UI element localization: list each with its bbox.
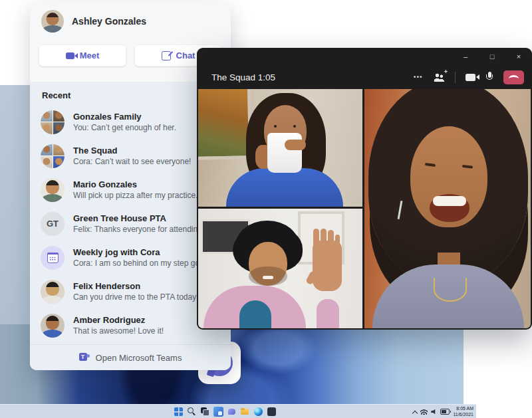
chat-preview: You: Can’t get enough of her.: [73, 123, 176, 132]
open-teams-label: Open Microsoft Teams: [96, 353, 182, 363]
chat-preview: Cora: Can’t wait to see everyone!: [73, 157, 191, 166]
chat-name: The Squad: [73, 146, 191, 156]
person-sleeve: [317, 299, 339, 328]
meet-label: Meet: [80, 51, 100, 60]
chat-name: Amber Rodriguez: [73, 315, 164, 325]
clock-time: 8:05 AM: [453, 406, 473, 412]
calendar-icon: [47, 253, 59, 263]
group-avatar: [41, 144, 65, 168]
task-view-icon[interactable]: [200, 407, 210, 417]
maximize-button[interactable]: □: [479, 48, 505, 65]
battery-icon[interactable]: [440, 409, 450, 415]
chat-preview: That is awesome! Love it!: [73, 326, 164, 336]
group-avatar-cell: [53, 156, 65, 168]
video-tile-man-waving[interactable]: [198, 209, 362, 328]
person-shirt: [226, 168, 343, 207]
initials-avatar: GT: [41, 212, 65, 236]
more-options-button[interactable]: •••: [414, 74, 423, 80]
laughing-mouth: [430, 194, 469, 222]
person-hand: [285, 140, 306, 150]
call-title: The Squad 1:05: [211, 72, 414, 82]
chat-label: Chat: [176, 51, 196, 60]
open-teams-button[interactable]: Open Microsoft Teams: [30, 344, 231, 370]
group-avatar-cell: [41, 110, 53, 122]
user-avatar[interactable]: [41, 10, 64, 33]
person-tshirt: [239, 300, 271, 328]
app-icon-dark[interactable]: [267, 407, 276, 416]
chat-preview: Can you drive me to the PTA today?: [73, 292, 201, 302]
wifi-icon[interactable]: [420, 409, 428, 415]
chat-taskbar-icon[interactable]: [227, 407, 237, 417]
video-call-window: – □ × The Squad 1:05 •••: [197, 48, 532, 330]
photo-avatar: [41, 314, 65, 338]
chat-name: Mario Gonzales: [73, 179, 198, 189]
coffee-mug: [267, 133, 302, 173]
chat-name: Felix Henderson: [73, 281, 201, 291]
photo-avatar: [41, 280, 65, 304]
chat-panel-header: Ashley Gonzales: [30, 2, 231, 41]
meet-button[interactable]: Meet: [39, 45, 126, 66]
camera-toggle-button[interactable]: [466, 74, 475, 81]
taskbar-clock[interactable]: 8:05 AM 11/6/2021: [453, 406, 473, 417]
group-avatar-cell: [53, 122, 65, 134]
chat-preview: Will pick up pizza after my practice.: [73, 191, 198, 200]
user-name: Ashley Gonzales: [72, 16, 146, 27]
edge-browser-icon[interactable]: [254, 407, 263, 416]
group-avatar: [41, 110, 65, 134]
start-button-windows-icon[interactable]: [174, 407, 183, 416]
group-avatar-cell: [41, 122, 53, 134]
photo-avatar: [41, 178, 65, 202]
video-tile-woman-with-mug[interactable]: [198, 89, 362, 207]
chat-preview: Cora: I am so behind on my step goals.: [73, 259, 212, 268]
microphone-toggle-button[interactable]: [485, 72, 493, 82]
group-avatar-cell: [41, 144, 53, 156]
waving-hand: [313, 241, 342, 291]
widgets-icon[interactable]: [213, 407, 223, 417]
chat-name: Weekly jog with Cora: [73, 247, 212, 257]
wall-painting: [198, 89, 252, 160]
chat-preview: Felix: Thanks everyone for attending.: [73, 225, 204, 234]
clock-date: 11/6/2021: [453, 412, 473, 418]
taskbar-icon-row: [174, 405, 277, 418]
controls-divider: [455, 72, 456, 83]
search-icon[interactable]: [187, 407, 197, 417]
group-avatar-cell: [53, 144, 65, 156]
close-button[interactable]: ×: [505, 48, 532, 65]
video-grid: [198, 89, 531, 328]
volume-icon[interactable]: [431, 409, 437, 415]
video-tile-woman-laughing[interactable]: [364, 89, 531, 328]
calendar-avatar: [41, 246, 65, 270]
call-header: The Squad 1:05 •••: [197, 65, 532, 89]
quick-actions: Meet Chat: [39, 45, 222, 66]
video-camera-icon: [66, 52, 74, 59]
group-avatar-cell: [53, 110, 65, 122]
gold-necklace: [434, 278, 467, 302]
minimize-button[interactable]: –: [452, 48, 479, 65]
tray-chevron-up-icon[interactable]: [413, 410, 417, 414]
compose-icon: [162, 51, 171, 60]
hang-up-icon: [509, 75, 519, 82]
taskbar: 8:05 AM 11/6/2021: [0, 404, 476, 418]
group-avatar-cell: [41, 156, 53, 168]
chat-name: Gonzales Family: [73, 112, 176, 122]
hang-up-button[interactable]: [503, 70, 524, 84]
add-people-button[interactable]: [433, 73, 445, 82]
chat-name: Green Tree House PTA: [73, 213, 204, 223]
teams-logo-icon: [79, 352, 90, 363]
person-face: [249, 242, 287, 286]
system-tray: 8:05 AM 11/6/2021: [413, 405, 473, 418]
file-explorer-icon[interactable]: [240, 407, 250, 417]
window-titlebar: – □ ×: [197, 48, 532, 65]
call-controls: •••: [414, 70, 524, 84]
